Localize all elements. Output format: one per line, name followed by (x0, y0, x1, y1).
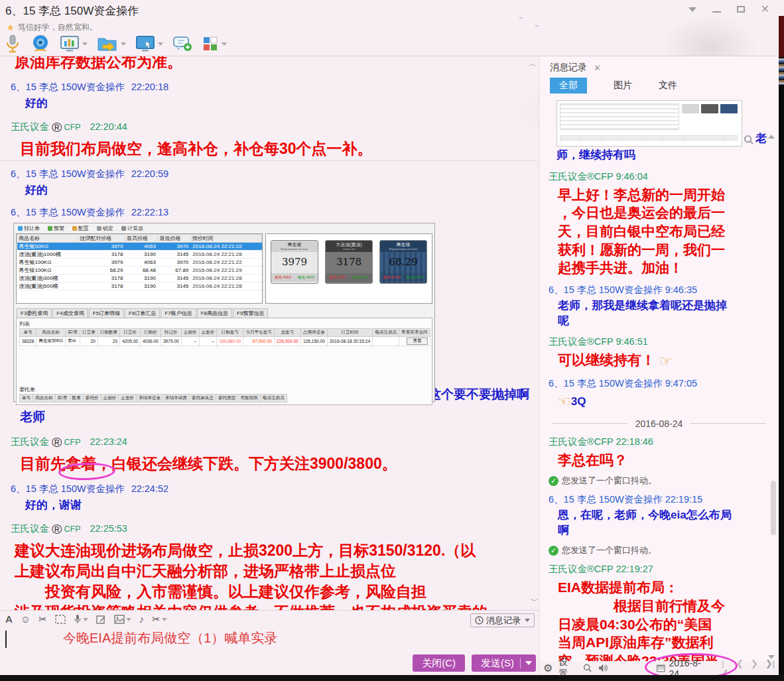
ticker-oil: 大连油(重油)Dalian oil 3178 最高:3190最低:3145 (325, 240, 373, 284)
dropdown-arrow-icon[interactable] (222, 42, 227, 46)
settings-label[interactable]: 设置 (558, 656, 576, 676)
quote-row[interactable]: 再生银100KG3979406339702016-08-24 22:21:22 (17, 259, 262, 267)
prev-page-icon[interactable]: ❮ (736, 658, 744, 676)
dropdown-arrow-icon[interactable] (121, 42, 126, 46)
voice-call-button[interactable] (4, 34, 21, 54)
panel-message: 早上好！李总新的一周开始 ，今日也是奥运会的最后一 天，目前白银中空布局已经 获… (558, 186, 772, 278)
video-call-button[interactable] (31, 34, 50, 54)
remote-desktop-button[interactable] (135, 34, 163, 53)
music-icon[interactable]: ♪ (139, 614, 145, 625)
close-button[interactable]: ✕ (761, 5, 769, 13)
close-chat-button[interactable]: 关闭(C) (413, 654, 465, 672)
quote-row[interactable]: 再生银50KG3979406339702016-08-24 22:21:22 (17, 243, 262, 251)
magnifier-icon[interactable] (744, 135, 754, 145)
screen-demo-button[interactable] (60, 34, 88, 53)
dropdown-arrow-icon[interactable] (162, 618, 167, 621)
minimize-button[interactable] (712, 11, 721, 13)
chat-scroll-up-icon[interactable]: ︿ (529, 58, 537, 70)
next-page-icon[interactable]: ❯ (751, 658, 758, 676)
maximize-button[interactable] (737, 6, 745, 13)
last-page-icon[interactable]: ❯| (765, 658, 775, 676)
send-options-arrow-icon[interactable] (525, 661, 532, 665)
history-image-thumbnail[interactable] (556, 100, 742, 147)
remote-screen-icon (135, 34, 155, 53)
scissors-icon[interactable]: ✂ (152, 614, 161, 625)
dropdown-arrow-icon[interactable] (525, 619, 530, 622)
function-tab[interactable]: F7账户信息 (161, 308, 196, 318)
quote-row[interactable]: 连油(重油)1000桶3178319031452016-08-24 22:21:… (17, 251, 262, 259)
message-record-panel[interactable]: 消息记录 ✕ 全部 图片 文件 老师，继续持有吗 王氏议金®CFP 9:46:0… (539, 56, 779, 675)
edit-note-icon[interactable] (96, 615, 106, 625)
chat-history[interactable]: 原油库存数据公布为准。 6、15 李总 150W资金操作22:20:18 好的 … (0, 56, 539, 610)
panel-message-list[interactable]: 老师，继续持有吗 王氏议金®CFP 9:46:04 早上好！李总新的一周开始 ，… (539, 95, 779, 662)
quote-table: 商品名称挂牌配对价格最高价格最低价格报价时间 再生银50KG3979406339… (17, 234, 262, 290)
send-button[interactable]: 发送(S) (472, 654, 536, 672)
panel-header-customer: 6、15 李总 150W资金操作 9:46:35 (549, 284, 779, 296)
ticker-price: 68.29 (380, 252, 426, 273)
search-icon[interactable] (583, 663, 592, 673)
record-date[interactable]: 2016-8-24 (669, 658, 708, 676)
panel-header-analyst: 王氏议金®CFP 22:18:46 (549, 436, 779, 448)
send-file-button[interactable] (97, 34, 126, 53)
panel-message: 可以继续持有！ ☞ (558, 351, 772, 371)
speaker-icon[interactable] (598, 663, 609, 673)
image-icon[interactable] (114, 615, 125, 624)
history-image-row: 老师，继续持有吗 (556, 100, 777, 164)
dropdown-arrow-icon[interactable] (82, 42, 88, 46)
function-tab[interactable]: F4成交查询 (52, 308, 88, 318)
main-toolbar (4, 32, 227, 56)
ticker-price: 3979 (271, 252, 318, 273)
panel-message: 恩，在呢，老师，今晚eia怎么布局 啊 (558, 508, 768, 538)
calendar-icon[interactable] (656, 663, 666, 673)
timestamp: 22:25:53 (90, 523, 127, 534)
dropdown-arrow-icon[interactable] (158, 42, 163, 46)
quote-row[interactable]: 再生镍100KG68.2968.4867.892016-08-24 22:21:… (17, 267, 262, 275)
panel-message: ☜3Q (558, 392, 768, 412)
quote-row[interactable]: 连油(重油)300桶3178319031452016-08-24 22:21:2… (17, 275, 262, 282)
dropdown-arrow-icon[interactable] (126, 618, 131, 621)
function-tab[interactable]: F5订单明细 (89, 308, 124, 318)
apps-button[interactable] (202, 35, 227, 52)
view-contract-button[interactable]: 查看 (407, 338, 427, 345)
orders-section-label: 委托单 (19, 386, 429, 393)
embedded-trading-screenshot[interactable]: 转让单预警配置锁定计算器 商品名称挂牌配对价格最高价格最低价格报价时间 再生银5… (13, 223, 435, 402)
panel-close-icon[interactable]: ✕ (594, 63, 601, 73)
panel-scroll-up-icon[interactable] (768, 135, 775, 139)
font-icon[interactable]: A (5, 614, 13, 625)
chat-scroll-down-icon[interactable]: ﹀ (531, 595, 539, 607)
timestamp: 9:46:35 (665, 284, 697, 295)
positions-panel: 列表 单号商品名称买/卖订立量订购数量订立价订购价转让价止损价止盈价订购盈亏当日… (16, 318, 432, 405)
voice-message-icon[interactable] (74, 614, 82, 625)
registered-mark: ® (52, 119, 62, 135)
shake-window-icon[interactable] (55, 615, 66, 624)
dropdown-arrow-icon[interactable] (83, 618, 88, 621)
function-tab[interactable]: F9预警信息 (233, 308, 268, 318)
tab-images[interactable]: 图片 (614, 80, 632, 92)
app-grid-icon (202, 35, 219, 52)
panel-scrollbar-thumb[interactable] (771, 481, 776, 535)
message-input-area[interactable]: A ☺ ✂ ♪ ✂ (0, 610, 539, 675)
first-page-icon[interactable]: |❮ (722, 658, 729, 676)
positions-section-label: 列表 (19, 320, 429, 328)
timestamp: 9:46:04 (616, 171, 647, 182)
chat-message: 目前我们布局做空，逢高补仓，补仓每30个点一补。 (20, 139, 539, 159)
emoji-icon[interactable]: ☺ (21, 614, 31, 625)
function-tab[interactable]: F3委托查询 (17, 308, 52, 318)
screenshot-icon[interactable]: ✂ (38, 614, 47, 625)
system-notice: ✓ 您发送了一个窗口抖动。 (549, 544, 779, 556)
tab-all[interactable]: 全部 (550, 78, 587, 93)
window-menu-icon[interactable] (688, 7, 696, 12)
panel-header-analyst: 王氏议金®CFP 9:46:04 (549, 170, 779, 183)
message-record-button[interactable]: 消息记录 (470, 613, 535, 627)
function-tab[interactable]: F8商品信息 (197, 308, 232, 318)
gear-icon[interactable]: ⚙ (543, 662, 553, 674)
tab-files[interactable]: 文件 (659, 80, 677, 92)
function-tab[interactable]: F6订单汇总 (125, 308, 160, 318)
message-header-customer: 6、15 李总 150W资金操作22:20:59 (11, 168, 539, 180)
panel-header-analyst: 王氏议金®CFP 9:46:51 (549, 336, 779, 348)
timestamp: 22:24:52 (131, 483, 168, 494)
quote-row[interactable]: 连油(重油)500桶3178319031452016-08-24 22:21:2… (17, 282, 262, 290)
panel-message: 老师，那我是继续拿着呢还是抛掉 呢 (558, 298, 768, 329)
panel-header-customer: 6、15 李总 150W资金操作 22:19:15 (549, 493, 779, 506)
create-session-button[interactable] (172, 34, 192, 53)
